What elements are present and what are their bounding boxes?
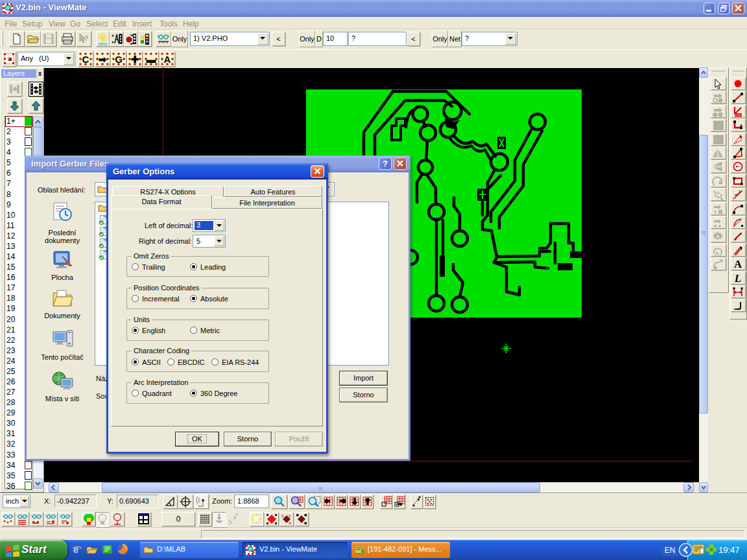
svg-text:A: A: [734, 258, 742, 270]
svg-text:e: e: [73, 544, 78, 555]
svg-text:?: ?: [84, 34, 89, 42]
svg-text:a: a: [289, 520, 291, 525]
svg-text:s: s: [281, 513, 284, 518]
svg-text:C: C: [82, 54, 89, 65]
svg-text:A: A: [164, 54, 171, 65]
svg-text:L: L: [734, 272, 741, 285]
svg-text:s: s: [289, 513, 291, 518]
svg-text:▬: ▬: [147, 54, 156, 65]
svg-text:G: G: [115, 54, 123, 65]
svg-text:✚: ✚: [131, 54, 139, 65]
svg-text:➡: ➡: [99, 54, 107, 65]
